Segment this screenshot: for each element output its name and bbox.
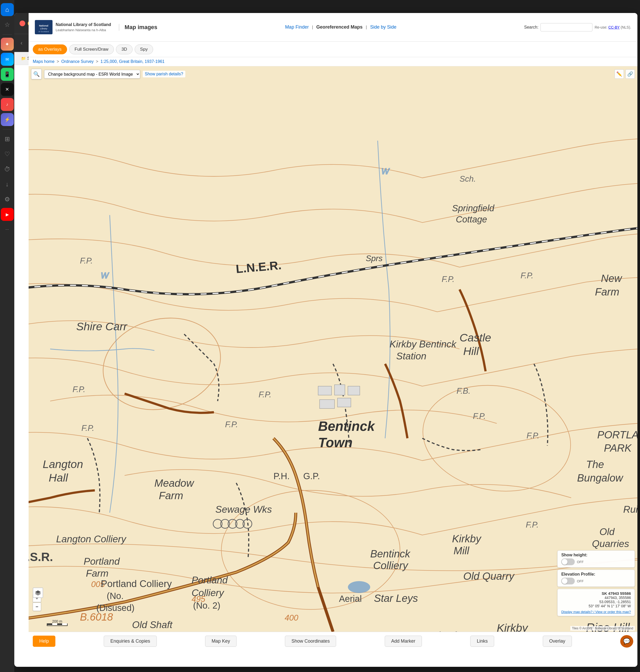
sidebar-icon-clock[interactable]: ⏱ [1, 163, 14, 176]
zoom-out-button[interactable]: − [33, 602, 41, 611]
map-details-link[interactable]: Display map details? / View or order thi… [561, 610, 631, 614]
svg-text:Old Shaft: Old Shaft [132, 619, 173, 630]
svg-text:F.P.: F.P. [225, 420, 238, 429]
svg-text:Wharf: Wharf [428, 630, 457, 632]
links-button[interactable]: Links [470, 636, 494, 647]
layers-button[interactable] [33, 587, 43, 598]
svg-rect-16 [318, 386, 332, 395]
sidebar-icon-home[interactable]: ⌂ [1, 3, 14, 16]
share-tool-button[interactable]: 🔗 [625, 70, 635, 79]
overlay-button[interactable]: Overlay [543, 636, 572, 647]
svg-text:(Coal): (Coal) [136, 631, 163, 632]
svg-text:F.P.: F.P. [259, 390, 272, 399]
map-search-button[interactable]: 🔍 [31, 69, 42, 79]
elevation-label: Elevation Profile: [561, 572, 631, 577]
scale-bar: 200 m [47, 619, 68, 626]
pencil-tool-button[interactable]: ✏️ [614, 70, 624, 79]
height-toggle-thumb [562, 559, 567, 565]
close-button[interactable] [19, 20, 25, 26]
search-input[interactable] [540, 23, 593, 31]
sidebar-icon-music[interactable]: ♪ [1, 98, 14, 111]
overlays-button[interactable]: as Overlays [33, 44, 67, 54]
height-toggle-state: OFF [577, 560, 584, 564]
coordinates-panel: SK 47943 55586 447943, 355586 53.09533, … [557, 589, 635, 616]
sidebar-icon-messenger[interactable]: ✉ [1, 53, 14, 66]
svg-text:P.H.: P.H. [274, 471, 290, 481]
svg-text:Kirkby Bentinck: Kirkby Bentinck [390, 339, 457, 349]
breadcrumb-survey[interactable]: Ordnance Survey [61, 59, 94, 64]
header-nav: Map Finder | Georeferenced Maps | Side b… [162, 25, 519, 30]
sidebar-icon-bolt[interactable]: ⚡ [1, 113, 14, 126]
svg-text:Portland: Portland [192, 574, 228, 585]
background-map-select[interactable]: Change background map - ESRI World Image [44, 70, 140, 78]
chat-button[interactable]: 💬 [620, 635, 633, 647]
svg-text:Farm: Farm [159, 490, 183, 501]
svg-text:B.6018: B.6018 [80, 611, 113, 623]
svg-text:F.P.: F.P. [442, 274, 455, 284]
svg-text:National: National [39, 25, 48, 27]
parish-details-link[interactable]: Show parish details? [143, 71, 185, 77]
sidebar-icon-twitter[interactable]: ✕ [1, 83, 14, 96]
svg-text:Farm: Farm [86, 568, 108, 579]
map-overlay-top: 🔍 Change background map - ESRI World Ima… [31, 69, 635, 79]
svg-text:New: New [601, 273, 623, 284]
scale-line [47, 623, 68, 626]
add-marker-button[interactable]: Add Marker [385, 636, 422, 647]
map-container[interactable]: 400 005 495 W W [29, 66, 637, 632]
svg-text:Mill: Mill [454, 545, 469, 556]
svg-text:Cottage: Cottage [456, 214, 487, 224]
svg-text:The: The [586, 459, 604, 470]
sidebar-icon-more[interactable]: ··· [1, 223, 14, 236]
help-button[interactable]: Help [33, 636, 55, 647]
full-screen-button[interactable]: Full Screen/Draw [69, 44, 114, 54]
svg-rect-4 [29, 66, 637, 632]
back-button[interactable]: ‹ [18, 39, 25, 47]
sidebar-icon-heart[interactable]: ♡ [1, 148, 14, 161]
spy-button[interactable]: Spy [135, 44, 153, 54]
show-coordinates-button[interactable]: Show Coordinates [285, 636, 336, 647]
coords-dms: 53° 05' 44" N 1° 17' 08" W [561, 604, 631, 608]
sidebar-icon-grid[interactable]: ⊞ [1, 133, 14, 146]
cc-by-link[interactable]: CC-BY [608, 25, 620, 29]
sidebar-icon-whatsapp[interactable]: 📱 [1, 68, 14, 81]
3d-button[interactable]: 3D [116, 44, 133, 54]
coords-osgb: 447943, 355586 [561, 596, 631, 600]
sidebar-icon-youtube[interactable]: ▶ [1, 208, 14, 221]
nls-logo: National Library of Scotland National Li… [35, 20, 111, 34]
svg-point-13 [348, 581, 370, 593]
height-toggle-track[interactable] [561, 558, 575, 565]
nls-logo-text: National Library of Scotland Leabharlann… [56, 22, 111, 33]
svg-text:Kirkby: Kirkby [497, 622, 528, 632]
map-svg: 400 005 495 W W [29, 66, 637, 632]
elevation-toggle-track[interactable] [561, 578, 575, 584]
map-key-button[interactable]: Map Key [205, 636, 236, 647]
svg-text:F.P.: F.P. [82, 423, 94, 433]
search-label: Search: [524, 25, 538, 30]
svg-text:Bungalow: Bungalow [577, 472, 624, 483]
sidebar-icon-bookmarks[interactable]: ☆ [1, 18, 14, 31]
reuse-credit: Re-use: CC-BY (NLS). [595, 25, 631, 29]
bottom-toolbar: Help Enquiries & Copies Map Key Show Coo… [29, 632, 637, 651]
elevation-toggle[interactable]: OFF [561, 578, 631, 584]
nav-side-by-side[interactable]: Side by Side [370, 25, 396, 30]
breadcrumb-series[interactable]: 1:25,000, Great Britain, 1937-1961 [101, 59, 164, 64]
main-content: National Library of Scotland National Li… [29, 13, 637, 667]
sidebar-icon-download[interactable]: ↓ [1, 178, 14, 191]
svg-text:Kirkby: Kirkby [452, 533, 482, 544]
svg-rect-18 [348, 386, 360, 395]
svg-text:Farm: Farm [595, 286, 620, 298]
svg-text:Langton: Langton [43, 458, 83, 471]
grid-reference: SK 47943 55586 [561, 591, 631, 596]
show-height-toggle[interactable]: OFF [561, 558, 631, 565]
nav-georeferenced[interactable]: Georeferenced Maps [316, 25, 363, 30]
browser-window: N Georeferenced Maps - M ✕ + ⌕ ‹ › ↻ VPN… [14, 13, 637, 667]
svg-text:W: W [101, 271, 110, 280]
svg-text:Portland: Portland [84, 556, 120, 567]
enquiries-button[interactable]: Enquiries & Copies [104, 636, 157, 647]
nav-map-finder[interactable]: Map Finder [285, 25, 309, 30]
sidebar-icon-settings[interactable]: ⚙ [1, 193, 14, 206]
breadcrumb-home[interactable]: Maps home [33, 59, 55, 64]
nls-label: (NLS). [621, 25, 631, 29]
nav-sep2: | [366, 25, 368, 29]
sidebar-icon-arc[interactable]: ✦ [1, 38, 14, 51]
